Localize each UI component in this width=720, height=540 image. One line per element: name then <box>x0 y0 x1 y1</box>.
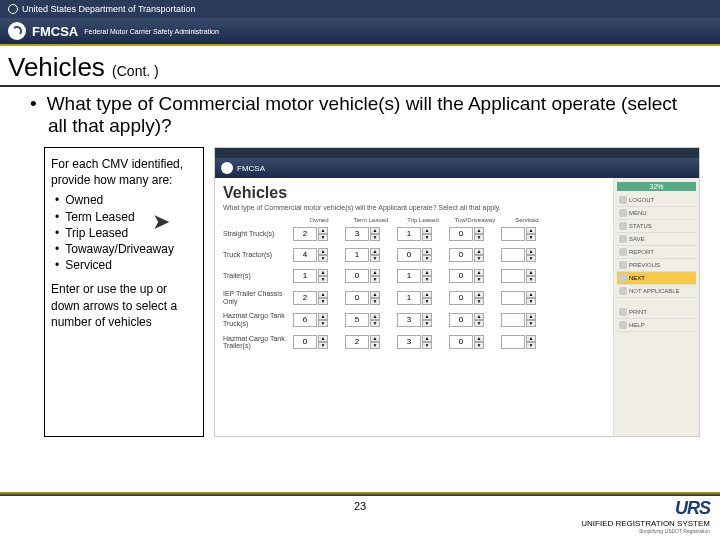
spinner-cell[interactable]: 0▲▼ <box>449 335 501 349</box>
spinner-buttons[interactable]: ▲▼ <box>370 248 380 262</box>
spinner-buttons[interactable]: ▲▼ <box>370 335 380 349</box>
chevron-up-icon[interactable]: ▲ <box>474 291 484 298</box>
chevron-up-icon[interactable]: ▲ <box>318 248 328 255</box>
vehicle-count-input[interactable]: 3 <box>397 335 421 349</box>
vehicle-count-input[interactable]: 2 <box>293 227 317 241</box>
chevron-up-icon[interactable]: ▲ <box>474 335 484 342</box>
chevron-down-icon[interactable]: ▼ <box>474 342 484 349</box>
chevron-up-icon[interactable]: ▲ <box>370 313 380 320</box>
spinner-buttons[interactable]: ▲▼ <box>526 269 536 283</box>
spinner-cell[interactable]: 3▲▼ <box>397 313 449 327</box>
spinner-cell[interactable]: 0▲▼ <box>449 227 501 241</box>
spinner-cell[interactable]: 0▲▼ <box>449 269 501 283</box>
spinner-cell[interactable]: 1▲▼ <box>397 291 449 305</box>
sidebar-item[interactable]: HELP <box>617 319 696 332</box>
chevron-up-icon[interactable]: ▲ <box>422 291 432 298</box>
chevron-up-icon[interactable]: ▲ <box>318 335 328 342</box>
spinner-cell[interactable]: ▲▼ <box>501 313 553 327</box>
sidebar-item[interactable]: SAVE <box>617 233 696 246</box>
chevron-up-icon[interactable]: ▲ <box>422 313 432 320</box>
chevron-down-icon[interactable]: ▼ <box>526 276 536 283</box>
chevron-up-icon[interactable]: ▲ <box>474 248 484 255</box>
chevron-up-icon[interactable]: ▲ <box>370 248 380 255</box>
chevron-down-icon[interactable]: ▼ <box>422 255 432 262</box>
vehicle-count-input[interactable]: 0 <box>449 291 473 305</box>
chevron-down-icon[interactable]: ▼ <box>370 276 380 283</box>
chevron-up-icon[interactable]: ▲ <box>526 248 536 255</box>
chevron-up-icon[interactable]: ▲ <box>370 227 380 234</box>
vehicle-count-input[interactable] <box>501 313 525 327</box>
spinner-cell[interactable]: 1▲▼ <box>345 248 397 262</box>
vehicle-count-input[interactable]: 0 <box>345 291 369 305</box>
spinner-buttons[interactable]: ▲▼ <box>474 269 484 283</box>
chevron-up-icon[interactable]: ▲ <box>474 313 484 320</box>
chevron-up-icon[interactable]: ▲ <box>526 313 536 320</box>
sidebar-item[interactable]: PREVIOUS <box>617 259 696 272</box>
spinner-cell[interactable]: 0▲▼ <box>345 269 397 283</box>
spinner-cell[interactable]: 1▲▼ <box>397 269 449 283</box>
spinner-cell[interactable]: 3▲▼ <box>397 335 449 349</box>
chevron-up-icon[interactable]: ▲ <box>526 291 536 298</box>
chevron-down-icon[interactable]: ▼ <box>474 255 484 262</box>
spinner-cell[interactable]: 2▲▼ <box>293 227 345 241</box>
spinner-buttons[interactable]: ▲▼ <box>422 335 432 349</box>
sidebar-item[interactable]: NOT APPLICABLE <box>617 285 696 298</box>
spinner-buttons[interactable]: ▲▼ <box>370 291 380 305</box>
chevron-down-icon[interactable]: ▼ <box>422 276 432 283</box>
chevron-up-icon[interactable]: ▲ <box>422 227 432 234</box>
spinner-cell[interactable]: 0▲▼ <box>397 248 449 262</box>
chevron-down-icon[interactable]: ▼ <box>318 276 328 283</box>
vehicle-count-input[interactable]: 1 <box>397 227 421 241</box>
sidebar-item[interactable]: LOGOUT <box>617 194 696 207</box>
spinner-cell[interactable]: 3▲▼ <box>345 227 397 241</box>
chevron-down-icon[interactable]: ▼ <box>370 298 380 305</box>
chevron-down-icon[interactable]: ▼ <box>474 320 484 327</box>
spinner-cell[interactable]: 0▲▼ <box>449 248 501 262</box>
chevron-up-icon[interactable]: ▲ <box>526 269 536 276</box>
spinner-buttons[interactable]: ▲▼ <box>422 313 432 327</box>
spinner-buttons[interactable]: ▲▼ <box>422 269 432 283</box>
vehicle-count-input[interactable]: 1 <box>397 291 421 305</box>
chevron-down-icon[interactable]: ▼ <box>474 234 484 241</box>
chevron-up-icon[interactable]: ▲ <box>318 227 328 234</box>
vehicle-count-input[interactable]: 0 <box>449 335 473 349</box>
vehicle-count-input[interactable]: 1 <box>345 248 369 262</box>
vehicle-count-input[interactable]: 1 <box>397 269 421 283</box>
vehicle-count-input[interactable]: 0 <box>449 313 473 327</box>
chevron-down-icon[interactable]: ▼ <box>422 342 432 349</box>
chevron-down-icon[interactable]: ▼ <box>370 255 380 262</box>
sidebar-item[interactable]: MENU <box>617 207 696 220</box>
spinner-buttons[interactable]: ▲▼ <box>318 227 328 241</box>
spinner-cell[interactable]: 4▲▼ <box>293 248 345 262</box>
chevron-down-icon[interactable]: ▼ <box>474 298 484 305</box>
chevron-down-icon[interactable]: ▼ <box>318 255 328 262</box>
spinner-buttons[interactable]: ▲▼ <box>526 335 536 349</box>
spinner-cell[interactable]: 5▲▼ <box>345 313 397 327</box>
spinner-cell[interactable]: 6▲▼ <box>293 313 345 327</box>
chevron-down-icon[interactable]: ▼ <box>526 234 536 241</box>
vehicle-count-input[interactable]: 2 <box>345 335 369 349</box>
spinner-cell[interactable]: 0▲▼ <box>449 291 501 305</box>
chevron-up-icon[interactable]: ▲ <box>526 227 536 234</box>
sidebar-item[interactable]: PRINT <box>617 306 696 319</box>
spinner-cell[interactable]: 1▲▼ <box>293 269 345 283</box>
vehicle-count-input[interactable]: 3 <box>397 313 421 327</box>
chevron-down-icon[interactable]: ▼ <box>318 320 328 327</box>
chevron-down-icon[interactable]: ▼ <box>318 234 328 241</box>
vehicle-count-input[interactable]: 6 <box>293 313 317 327</box>
chevron-down-icon[interactable]: ▼ <box>422 320 432 327</box>
sidebar-item[interactable]: STATUS <box>617 220 696 233</box>
spinner-buttons[interactable]: ▲▼ <box>526 227 536 241</box>
chevron-up-icon[interactable]: ▲ <box>474 269 484 276</box>
sidebar-item[interactable]: NEXT <box>617 272 696 285</box>
spinner-buttons[interactable]: ▲▼ <box>422 227 432 241</box>
vehicle-count-input[interactable] <box>501 269 525 283</box>
spinner-buttons[interactable]: ▲▼ <box>370 313 380 327</box>
spinner-buttons[interactable]: ▲▼ <box>474 227 484 241</box>
spinner-buttons[interactable]: ▲▼ <box>370 269 380 283</box>
spinner-buttons[interactable]: ▲▼ <box>526 313 536 327</box>
spinner-cell[interactable]: 0▲▼ <box>345 291 397 305</box>
chevron-up-icon[interactable]: ▲ <box>422 335 432 342</box>
chevron-up-icon[interactable]: ▲ <box>318 269 328 276</box>
spinner-cell[interactable]: ▲▼ <box>501 227 553 241</box>
